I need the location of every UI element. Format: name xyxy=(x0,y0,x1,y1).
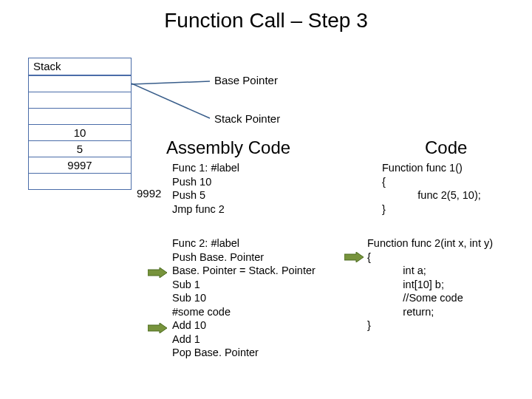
svg-line-0 xyxy=(132,81,210,84)
asm-block-1: Func 1: #label Push 10 Push 5 Jmp func 2 xyxy=(172,161,239,216)
table-row xyxy=(29,108,131,124)
arrow-icon xyxy=(344,252,364,262)
side-address: 9992 xyxy=(137,187,161,200)
asm-block-2: Func 2: #label Push Base. Pointer Base. … xyxy=(172,236,316,360)
connector-line xyxy=(132,74,213,89)
code-block-1: Function func 1() { func 2(5, 10); } xyxy=(382,161,481,216)
svg-marker-3 xyxy=(148,323,167,333)
svg-line-1 xyxy=(132,83,210,118)
table-row xyxy=(29,92,131,108)
arrow-icon xyxy=(148,267,167,278)
code-block-2: Function func 2(int x, int y) { int a; i… xyxy=(367,236,493,332)
svg-marker-2 xyxy=(148,267,167,278)
stack-header: Stack xyxy=(28,58,132,75)
code-heading: Code xyxy=(425,137,467,158)
svg-marker-4 xyxy=(344,252,364,262)
table-row xyxy=(29,173,131,189)
table-row xyxy=(29,75,131,92)
base-pointer-label: Base Pointer xyxy=(214,74,278,86)
table-row: 10 xyxy=(29,124,131,140)
stack-table: 10 5 9997 xyxy=(28,75,132,190)
page-title: Function Call – Step 3 xyxy=(0,0,532,33)
stack-pointer-label: Stack Pointer xyxy=(214,112,280,125)
table-row: 5 xyxy=(29,140,131,157)
connector-line xyxy=(132,81,213,126)
assembly-heading: Assembly Code xyxy=(166,137,290,158)
arrow-icon xyxy=(148,323,167,333)
table-row: 9997 xyxy=(29,157,131,173)
